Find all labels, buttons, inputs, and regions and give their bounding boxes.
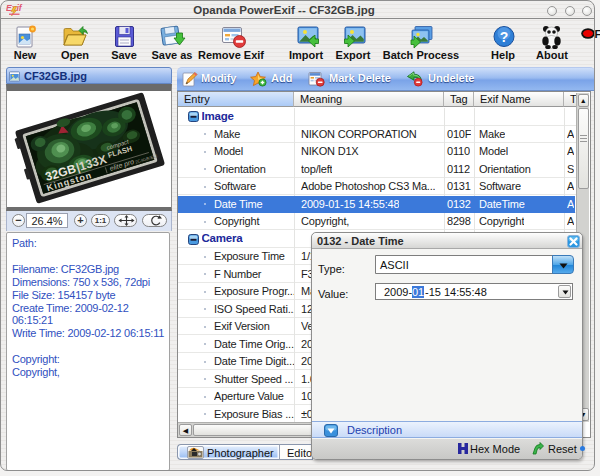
svg-text:?: ? (500, 29, 509, 45)
